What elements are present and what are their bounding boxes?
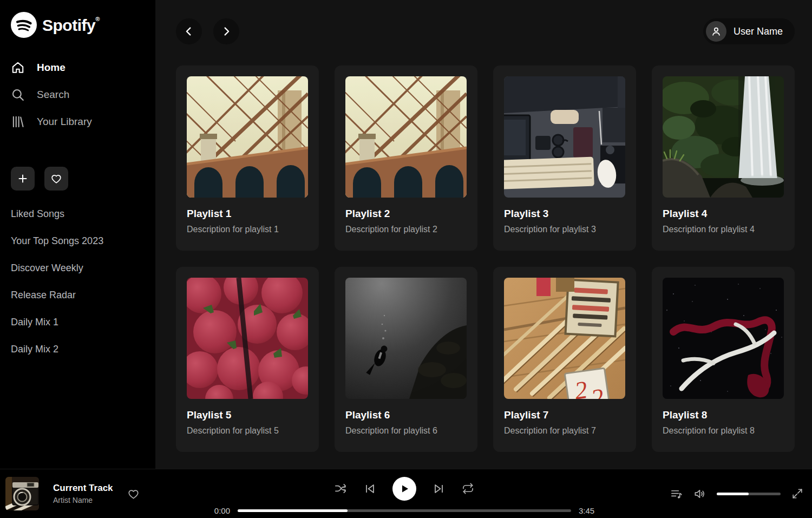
spotify-logo: Spotify® [11,12,146,38]
play-button[interactable] [392,477,416,501]
progress-bar[interactable] [238,509,571,512]
spotify-wordmark: Spotify® [42,16,100,35]
sidebar-playlist-daily-mix-1[interactable]: Daily Mix 1 [11,309,146,336]
playlist-cover-rulers: 2 2 [504,278,625,399]
user-menu-button[interactable]: User Name [703,18,795,44]
now-playing-section: Current Track Artist Name [5,477,184,510]
main-content: User Name [155,0,812,469]
create-playlist-button[interactable] [11,167,35,191]
avatar [706,21,726,42]
sidebar-item-search[interactable]: Search [11,81,146,108]
playlist-card-title: Playlist 7 [504,409,625,421]
shuffle-button[interactable] [335,482,347,495]
playlist-card-1[interactable]: Playlist 1 Description for playlist 1 [176,65,319,251]
playlist-card-description: Description for playlist 3 [504,225,625,234]
playlist-cover-antler [663,278,784,399]
volume-fill [717,493,749,495]
playlist-card-title: Playlist 6 [345,409,467,421]
playlist-card-6[interactable]: Playlist 6 Description for playlist 6 [335,267,477,452]
sidebar-playlists: Liked Songs Your Top Songs 2023 Discover… [11,200,146,363]
current-time-label: 0:00 [211,506,230,515]
sidebar-item-your-library[interactable]: Your Library [11,108,146,135]
next-button[interactable] [433,482,446,495]
playlist-card-title: Playlist 4 [663,208,784,220]
playlist-card-8[interactable]: Playlist 8 Description for playlist 8 [652,267,795,452]
player-right-controls [625,488,803,500]
like-track-button[interactable] [127,488,140,500]
sidebar-playlist-discover-weekly[interactable]: Discover Weekly [11,254,146,281]
playlist-card-4[interactable]: Playlist 4 Description for playlist 4 [652,65,795,251]
plus-icon [17,173,28,184]
heart-icon [50,173,62,185]
playlist-cover-desk [504,76,625,198]
playlist-card-description: Description for playlist 6 [345,426,467,436]
progress-section: 0:00 3:45 [211,506,598,515]
playlist-card-title: Playlist 2 [345,208,467,220]
sidebar-item-label: Your Library [37,116,92,128]
sidebar-playlist-liked-songs[interactable]: Liked Songs [11,200,146,227]
sidebar-item-label: Home [37,62,66,74]
fullscreen-icon[interactable] [791,488,803,500]
forward-button[interactable] [213,18,239,44]
track-info: Current Track Artist Name [53,483,113,504]
app-window: Spotify® Home Search [0,0,812,469]
progress-fill [238,509,348,512]
album-art [5,477,39,510]
playlist-card-description: Description for playlist 1 [187,225,308,234]
back-button[interactable] [176,18,202,44]
playlist-card-5[interactable]: Playlist 5 Description for playlist 5 [176,267,319,452]
volume-icon[interactable] [693,488,706,500]
playlist-card-7[interactable]: 2 2 Playlist 7 Description for playlist … [493,267,636,452]
playlist-card-3[interactable]: Playlist 3 Description for playlist 3 [493,65,636,251]
repeat-button[interactable] [462,482,474,495]
volume-slider[interactable] [717,493,781,495]
track-title: Current Track [53,483,113,494]
playlist-card-title: Playlist 8 [663,409,784,421]
playlist-card-title: Playlist 1 [187,208,308,220]
total-time-label: 3:45 [579,506,598,515]
playlist-card-title: Playlist 5 [187,409,308,421]
home-icon [11,61,25,75]
sidebar-actions [11,167,146,191]
search-icon [11,88,25,102]
chevron-left-icon [183,25,195,37]
sidebar-item-home[interactable]: Home [11,54,146,81]
sidebar-item-label: Search [37,89,69,101]
playlist-grid: Playlist 1 Description for playlist 1 [176,65,795,452]
playlist-card-description: Description for playlist 8 [663,426,784,436]
playlist-cover-steel-truss [187,76,308,198]
playlist-card-description: Description for playlist 4 [663,225,784,234]
queue-icon[interactable] [670,488,683,500]
track-artist: Artist Name [53,496,113,504]
sidebar-playlist-top-songs[interactable]: Your Top Songs 2023 [11,227,146,254]
playlist-cover-strawberries [187,278,308,399]
playlist-cover-diver [345,278,467,399]
player-controls [335,477,474,501]
playlist-card-2[interactable]: Playlist 2 Description for playlist 2 [335,65,477,251]
topbar: User Name [176,0,795,44]
sidebar-playlist-release-radar[interactable]: Release Radar [11,281,146,309]
player-center: 0:00 3:45 [184,473,625,515]
playlist-card-description: Description for playlist 7 [504,426,625,436]
user-name-label: User Name [734,26,783,37]
chevron-right-icon [220,25,232,37]
library-icon [11,115,25,129]
sidebar: Spotify® Home Search [0,0,155,469]
player-bar: Current Track Artist Name [0,469,812,518]
liked-songs-button[interactable] [44,167,68,191]
spotify-logo-icon [11,12,37,38]
playlist-cover-steel-truss [345,76,467,198]
playlist-cover-waterfall [663,76,784,198]
playlist-card-description: Description for playlist 5 [187,426,308,436]
playlist-card-title: Playlist 3 [504,208,625,220]
previous-button[interactable] [363,482,376,495]
sidebar-playlist-daily-mix-2[interactable]: Daily Mix 2 [11,336,146,363]
playlist-card-description: Description for playlist 2 [345,225,467,234]
sidebar-nav: Home Search Your Library [11,54,146,135]
